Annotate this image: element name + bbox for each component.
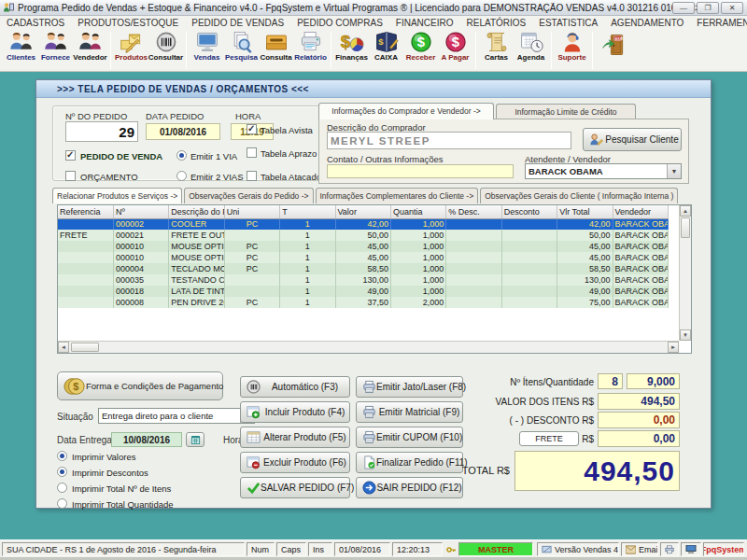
order-date-field[interactable]: 01/08/2016	[146, 123, 220, 140]
emitir-2vias-radio[interactable]	[176, 171, 187, 181]
print-option-radio[interactable]	[57, 483, 67, 493]
toolbar-button-financas[interactable]: $ Finanças	[334, 30, 369, 71]
order-number-field[interactable]: 29	[65, 121, 138, 142]
column-header[interactable]: Referencia	[58, 205, 113, 218]
print-option[interactable]: Imprimir Descontos	[57, 466, 216, 482]
product-section-tab[interactable]: Informações Complementares do Cliente ->	[316, 188, 479, 203]
column-header[interactable]: Valor	[335, 205, 390, 218]
toolbar-button-produtos[interactable]: Produtos	[114, 30, 148, 71]
toolbar-button-agenda[interactable]: Agenda	[514, 30, 548, 71]
table-row[interactable]: 000008 PEN DRIVE 2G PC 1 37,50 2,000 75,…	[58, 297, 669, 308]
toolbar-button-vendas[interactable]: Vendas	[190, 30, 224, 71]
horizontal-scrollbar[interactable]: ◄ ►	[58, 341, 679, 353]
menu-item[interactable]: PEDIDO DE VENDAS	[185, 18, 290, 28]
menu-item[interactable]: FINANCEIRO	[389, 18, 460, 28]
menu-item[interactable]: AGENDAMENTO	[604, 18, 690, 28]
print-option[interactable]: Imprimir Total Nº de Itens	[57, 482, 216, 497]
data-entrega-field[interactable]: 10/08/2016	[111, 432, 182, 447]
column-header[interactable]: Uni	[224, 205, 279, 218]
column-header[interactable]: % Desc.	[446, 205, 501, 218]
pagamento-button[interactable]: $ Forma e Condições de Pagamento	[57, 371, 223, 400]
menu-item[interactable]: PRODUTOS/ESTOQUE	[71, 18, 185, 28]
product-section-tab[interactable]: Observações Gerais do Cliente ( Informaç…	[480, 188, 678, 203]
toolbar-button-clientes[interactable]: Clientes	[4, 30, 38, 71]
column-header[interactable]: Desconto	[501, 205, 557, 218]
orcamento-checkbox[interactable]	[65, 171, 76, 181]
hscroll-thumb[interactable]	[71, 343, 99, 352]
tabela-avista-checkbox[interactable]	[247, 124, 257, 134]
emitir-cupom-button[interactable]: Emitir CUPOM (F10)	[356, 427, 463, 448]
toolbar-button-receber[interactable]: $ Receber	[403, 30, 438, 71]
scroll-up-arrow[interactable]: ▲	[680, 205, 691, 217]
vertical-scrollbar[interactable]: ▲ ▼	[679, 205, 691, 341]
pesquisar-cliente-button[interactable]: Pesquisar Cliente	[583, 128, 682, 151]
toolbar-button-pesquisa[interactable]: Pesquisa	[224, 30, 259, 71]
desconto-field[interactable]: 0,00	[598, 412, 680, 428]
toolbar-button-consulta[interactable]: Consulta	[259, 30, 293, 71]
table-row[interactable]: 000004 TECLADO MODERNO 102 ABNT PC 1 58,…	[58, 263, 669, 274]
product-section-tab[interactable]: Relacionar Produtos e Serviços ->	[52, 188, 182, 203]
scroll-down-arrow[interactable]: ▼	[680, 329, 691, 341]
table-row[interactable]: 000010 MOUSE OPTICO PC 1 45,00 1,000 45,…	[58, 241, 669, 252]
descricao-comprador-field[interactable]: MERYL STREEP	[327, 132, 571, 149]
incluir-produto-button[interactable]: Incluir Produto (F4)	[240, 401, 350, 423]
menu-item[interactable]: CADASTROS	[0, 18, 71, 28]
print-option-radio[interactable]	[57, 451, 67, 461]
vscroll-thumb[interactable]	[681, 217, 690, 238]
toolbar-button-sair[interactable]: EXIT	[596, 30, 630, 71]
scroll-left-arrow[interactable]: ◄	[58, 342, 69, 353]
close-button[interactable]: ✕	[721, 2, 743, 14]
print-option[interactable]: Imprimir Valores	[57, 450, 216, 466]
toolbar-button-suporte[interactable]: Suporte	[555, 30, 589, 71]
atendente-dropdown[interactable]: BARACK OBAMA ▼	[525, 163, 682, 179]
toolbar-button-vendedor[interactable]: Vendedor	[73, 30, 107, 71]
toolbar-button-fornecedor[interactable]: Fornece	[38, 30, 73, 71]
minimize-button[interactable]: —	[672, 2, 695, 14]
status-email[interactable]: Email	[621, 542, 658, 556]
column-header[interactable]: Vlr Total	[557, 205, 613, 218]
status-printer[interactable]	[660, 542, 679, 556]
tab-comprador-vendedor[interactable]: Informações do Comprador e Vendedor ->	[318, 103, 494, 119]
toolbar-button-cartas[interactable]: Cartas	[479, 30, 514, 71]
column-header[interactable]: T	[280, 205, 335, 218]
email-icon	[626, 545, 636, 554]
excluir-produto-button[interactable]: Excluir Produto (F6)	[240, 452, 350, 473]
column-header[interactable]: Quantia	[390, 205, 445, 218]
salvar-pedido-button[interactable]: SALVAR PEDIDO (F7)	[240, 477, 350, 498]
table-row[interactable]: 000010 MOUSE OPTICO PC 1 45,00 1,000 45,…	[58, 252, 669, 263]
column-header[interactable]: Nº	[113, 205, 168, 218]
print-option-radio[interactable]	[57, 498, 67, 509]
automatico-button[interactable]: Automático (F3)	[240, 376, 350, 398]
product-section-tab[interactable]: Observações Gerais do Pedido ->	[184, 188, 313, 203]
menu-item[interactable]: FERRAMENTAS	[690, 18, 747, 28]
column-header[interactable]: Vendedor	[613, 205, 668, 218]
pedido-venda-checkbox[interactable]	[65, 150, 76, 161]
toolbar-button-caixa[interactable]: $ CAIXA	[369, 30, 403, 71]
calendar-button[interactable]	[186, 432, 204, 447]
menu-item[interactable]: PEDIDO COMPRAS	[290, 18, 389, 28]
toolbar-button-relatorio[interactable]: Relatório	[293, 30, 328, 71]
menu-item[interactable]: ESTATISTICA	[532, 18, 604, 28]
print-option-radio[interactable]	[57, 467, 67, 477]
restore-button[interactable]: ❐	[697, 2, 719, 14]
toolbar-button-apagar[interactable]: $ A Pagar	[438, 30, 472, 71]
contato-field[interactable]	[327, 164, 514, 178]
emitir-1via-radio[interactable]	[176, 150, 187, 161]
column-header[interactable]: Descrição do Produto	[169, 205, 224, 218]
table-row[interactable]: FRETE 000021 FRETE E OUTROS CARRETOS 1 5…	[58, 230, 669, 241]
situacao-dropdown[interactable]: Entrega direto para o cliente ▼	[98, 408, 255, 424]
tabela-aprazo-checkbox[interactable]	[247, 147, 257, 158]
sair-pedido-button[interactable]: SAIR PEDIDO (F12)	[356, 477, 463, 498]
table-row[interactable]: 000035 TESTANDO CADASTRO 1 130,00 1,000 …	[58, 274, 669, 286]
tab-limite-credito[interactable]: Informação Limite de Crédito	[496, 104, 636, 119]
frete-field[interactable]: 0,00	[598, 430, 680, 447]
status-monitor[interactable]	[681, 542, 701, 556]
print-option[interactable]: Imprimir Total Quantidade	[57, 497, 216, 513]
tabela-atacado-checkbox[interactable]	[247, 171, 257, 181]
toolbar-button-consultar[interactable]: Consultar	[148, 30, 183, 71]
scroll-right-arrow[interactable]: ►	[668, 342, 679, 353]
alterar-produto-button[interactable]: Alterar Produto (F5)	[240, 427, 350, 448]
table-row[interactable]: 000018 LATA DE TINTA 1 49,00 1,000 49,00…	[58, 286, 669, 297]
menu-item[interactable]: RELATÓRIOS	[460, 18, 533, 28]
table-row[interactable]: 000002 COOLER PC 1 42,00 1,000 42,00 BAR…	[58, 218, 669, 230]
